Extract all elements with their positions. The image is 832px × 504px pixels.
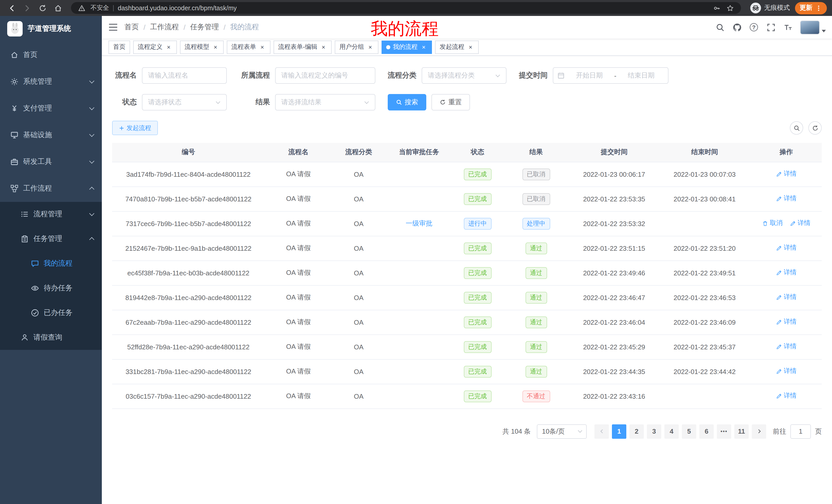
tab-close-icon[interactable]: × [212, 44, 219, 51]
cancel-link[interactable]: 取消 [762, 219, 783, 228]
tab-home[interactable]: 首页 [108, 40, 130, 54]
tab-process-form-edit[interactable]: 流程表单-编辑× [274, 40, 332, 54]
sidebar-item-process-mgmt[interactable]: 流程管理 [0, 202, 102, 227]
security-warning-icon[interactable] [77, 3, 86, 12]
detail-link[interactable]: 详情 [776, 342, 797, 351]
process-id: ec45f38f-7b9a-11ec-b03b-acde48001122 [127, 269, 250, 277]
page-button-1[interactable]: 1 [612, 424, 626, 439]
browser-back-icon[interactable] [5, 1, 19, 15]
next-page-button[interactable] [752, 424, 766, 439]
logo[interactable]: 芋道管理系统 [0, 16, 102, 41]
tab-close-icon[interactable]: × [420, 44, 427, 51]
browser-forward-icon[interactable] [21, 1, 34, 15]
result-select[interactable]: 请选择流结果 [275, 94, 375, 110]
detail-link[interactable]: 详情 [776, 392, 797, 400]
detail-link[interactable]: 详情 [776, 367, 797, 376]
search-icon[interactable] [713, 21, 727, 34]
cell: 不通过 [502, 384, 570, 409]
goto-page-input[interactable]: 1 [790, 424, 811, 439]
fullscreen-icon[interactable] [764, 21, 778, 34]
page-size-select[interactable]: 10条/页 [537, 424, 587, 439]
process-definition-input[interactable]: 请输入流程定义的编号 [275, 67, 375, 84]
reset-button[interactable]: 重置 [432, 94, 470, 110]
sidebar-item-task-mgmt[interactable]: 任务管理 [0, 227, 102, 251]
refresh-table-button[interactable] [808, 121, 822, 135]
detail-link[interactable]: 详情 [776, 244, 797, 253]
sidebar-item-my-process[interactable]: 我的流程 [0, 251, 102, 276]
cell: 2022-01-22 23:45:37 [658, 334, 751, 359]
toggle-search-button[interactable] [790, 121, 803, 135]
page-button-4[interactable]: 4 [665, 424, 679, 439]
current-task-link[interactable]: 一级审批 [406, 219, 433, 227]
user-menu[interactable] [800, 20, 826, 34]
table-header-row: 编号流程名流程分类当前审批任务状态结果提交时间结束时间操作 [112, 143, 822, 162]
sidebar-item-leave-query[interactable]: 请假查询 [0, 325, 102, 350]
table-row: 52ffd28e-7b9a-11ec-a290-acde48001122OA 请… [112, 334, 822, 359]
pagination: 共 104 条 10条/页 123456•••11 前往 1 页 [112, 424, 822, 439]
detail-link[interactable]: 详情 [776, 293, 797, 302]
bookmark-star-icon[interactable] [726, 3, 735, 12]
tab-close-icon[interactable]: × [467, 44, 474, 51]
tab-close-icon[interactable]: × [320, 44, 327, 51]
page-button-6[interactable]: 6 [699, 424, 714, 439]
tab-process-model[interactable]: 流程模型× [180, 40, 224, 54]
chevron-down-icon [89, 78, 94, 83]
page-button-11[interactable]: 11 [734, 424, 749, 439]
tab-start-process[interactable]: 发起流程× [435, 40, 479, 54]
status-select[interactable]: 请选择状态 [142, 94, 227, 110]
sidebar-item-devtools[interactable]: 研发工具 [0, 148, 102, 175]
help-icon[interactable]: ? [747, 21, 760, 34]
page-button-2[interactable]: 2 [629, 424, 644, 439]
address-bar[interactable]: 不安全 dashboard.yudao.iocoder.cn/bpm/task/… [71, 2, 741, 14]
edit-icon [776, 393, 782, 399]
tab-close-icon[interactable]: × [367, 44, 374, 51]
tab-close-icon[interactable]: × [259, 44, 266, 51]
password-key-icon[interactable] [712, 3, 722, 12]
sidebar-item-done-task[interactable]: 已办任务 [0, 301, 102, 325]
edit-icon [776, 319, 782, 325]
prev-page-button[interactable] [594, 424, 609, 439]
process-table: 编号流程名流程分类当前审批任务状态结果提交时间结束时间操作 3ad174fb-7… [112, 143, 822, 409]
submit-time: 2022-01-22 23:46:04 [583, 318, 645, 326]
font-size-icon[interactable] [781, 21, 795, 34]
sidebar-item-infrastructure[interactable]: 基础设施 [0, 122, 102, 148]
tab-close-icon[interactable]: × [165, 44, 172, 51]
tab-user-group[interactable]: 用户分组× [335, 40, 379, 54]
breadcrumb-item[interactable]: 工作流程 [150, 23, 179, 32]
detail-link[interactable]: 详情 [790, 219, 810, 228]
tab-process-definition[interactable]: 流程定义× [133, 40, 177, 54]
tab-process-form[interactable]: 流程表单× [227, 40, 270, 54]
detail-link[interactable]: 详情 [776, 170, 797, 178]
page-button-3[interactable]: 3 [647, 424, 661, 439]
breadcrumb-item[interactable]: 首页 [125, 23, 139, 32]
tab-my-process[interactable]: 我的流程× [382, 40, 432, 54]
cell: 2022-01-23 00:07:03 [658, 162, 751, 187]
cell: 详情 [751, 260, 822, 285]
breadcrumb-item[interactable]: 任务管理 [190, 23, 219, 32]
category-select[interactable]: 请选择流程分类 [422, 67, 506, 84]
process-name-input[interactable]: 请输入流程名 [142, 67, 227, 84]
search-button[interactable]: 搜索 [388, 94, 426, 110]
github-icon[interactable] [730, 21, 744, 34]
cell: 处理中 [502, 211, 570, 236]
sidebar-item-todo-task[interactable]: 待办任务 [0, 276, 102, 301]
detail-link[interactable]: 详情 [776, 194, 797, 203]
sidebar-item-home[interactable]: 首页 [0, 41, 102, 68]
detail-link[interactable]: 详情 [776, 269, 797, 277]
page-button-5[interactable]: 5 [682, 424, 696, 439]
start-process-button[interactable]: 发起流程 [112, 121, 158, 135]
browser-reload-icon[interactable] [36, 1, 49, 15]
sidebar-item-system[interactable]: 系统管理 [0, 68, 102, 95]
sidebar-item-payment[interactable]: 支付管理 [0, 95, 102, 122]
browser-menu-dots-icon[interactable] [815, 4, 822, 11]
cell: 2022-01-22 23:46:47 [570, 285, 658, 310]
sidebar-item-workflow[interactable]: 工作流程 [0, 175, 102, 202]
column-header: 编号 [112, 143, 265, 162]
pager-more-icon[interactable]: ••• [717, 424, 731, 439]
hamburger-icon[interactable] [102, 16, 125, 38]
submit-time-range[interactable]: 开始日期 - 结束日期 [553, 67, 669, 84]
action-label: 详情 [798, 219, 810, 228]
detail-link[interactable]: 详情 [776, 318, 797, 327]
update-button[interactable]: 更新 [795, 2, 827, 14]
browser-home-icon[interactable] [51, 1, 65, 15]
